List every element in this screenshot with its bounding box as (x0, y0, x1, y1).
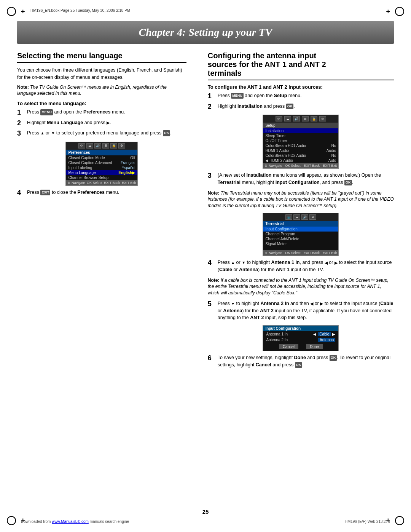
left-column: Selecting the menu language You can choo… (17, 51, 186, 372)
right-steps: 1 Press MENU and open the Setup menu. 2 … (208, 92, 394, 111)
setup-row-hdmi2: ◀ HDMI 2 AudioAuto (263, 158, 338, 163)
terr-title: Terrestrial (263, 221, 338, 227)
setup-nav: ⊕ NavigateOK SelectEXIT BackEXIT Exit (263, 163, 338, 168)
right-steps-3: 4 Press ▲ or ▼ to highlight Antenna 1 In… (208, 259, 394, 273)
page-number: 25 (202, 508, 209, 515)
terr-row-3: Signal Meter (263, 241, 338, 246)
right-step-3: 3 (A new set of Installation menu icons … (208, 172, 394, 186)
chapter-title: Chapter 4: Setting up your TV (25, 26, 386, 38)
right-step-1: 1 Press MENU and open the Setup menu. (208, 92, 394, 101)
right-section-title: Configuring the antenna inputsources for… (208, 51, 394, 80)
pref-title: Preferences (66, 150, 137, 155)
ok-btn-3: OK (163, 130, 170, 136)
pref-row-4-selected: Menu LanguageEnglish▶ (66, 170, 137, 175)
setup-icon-4: 🖥 (302, 116, 309, 121)
header-file-info: HM196_EN.book Page 25 Tuesday, May 30, 2… (30, 8, 130, 13)
right-step-2: 2 Highlight Installation and press OK. (208, 103, 394, 111)
right-note-3: Note: The Terrestrial menu may not be ac… (208, 190, 394, 209)
ok-btn-r6b: OK (295, 362, 303, 368)
pref-row-2: Closed Caption AdvancedFrançais (66, 160, 137, 165)
icon-3: 🔊 (94, 143, 101, 149)
right-subsection-label: To configure the ANT 1 and ANT 2 input s… (208, 84, 394, 90)
left-section-title: Selecting the menu language (17, 51, 186, 63)
setup-row-cs1: ColorStream HD1 AudioNo (263, 143, 338, 148)
setup-title: Setup (263, 123, 338, 128)
icon-2: ☁ (86, 143, 93, 149)
right-steps-2: 3 (A new set of Installation menu icons … (208, 172, 394, 186)
ic-done-btn[interactable]: Done (306, 344, 323, 349)
icon-5: 🔒 (110, 143, 117, 149)
terr-icon-2: ☁ (293, 214, 300, 220)
terr-nav: ⊕ NavigateOK SelectEXIT BackEXIT Exit (263, 250, 338, 256)
chapter-banner: Chapter 4: Setting up your TV (17, 21, 394, 44)
setup-row-onoff: On/Off Timer (263, 138, 338, 143)
setup-row-hdmi1: HDMI 1 AudioAudio (263, 148, 338, 153)
page-footer: 25 (0, 508, 411, 515)
step-3: 3 Press ▲ or ▼ to select your preferred … (17, 129, 186, 138)
right-column: Configuring the antenna inputsources for… (198, 51, 394, 372)
right-step-6: 6 To save your new settings, highlight D… (208, 354, 394, 369)
ic-cancel-btn[interactable]: Cancel (279, 344, 298, 349)
terr-icon-3: 🔊 (301, 214, 308, 220)
right-step-4: 4 Press ▲ or ▼ to highlight Antenna 1 In… (208, 259, 394, 273)
menu-btn-1: MENU (40, 109, 53, 115)
footer-right: HM196 (E/F) Web 213:276 (345, 519, 390, 524)
setup-icon-3: 🔊 (293, 116, 300, 121)
exit-btn-4: EXIT (40, 190, 50, 196)
left-subsection-label: To select the menu language: (17, 101, 186, 106)
terr-icon-1: 📺 (285, 214, 292, 220)
pref-icons-bar: ⟳ ☁ 🔊 🖥 🔒 ⚙ (66, 142, 137, 150)
step-4: 4 Press EXIT to close the Preferences me… (17, 189, 186, 197)
ic-ant1: Antenna 1 In ◀ Cable ▶ (263, 331, 338, 337)
right-steps-4: 5 Press ▼ to highlight Antenna 2 In and … (208, 300, 394, 321)
terr-row-2: Channel Add/Delete (263, 236, 338, 241)
plus-tl: + (21, 8, 25, 16)
pref-row-1: Closed Caption ModeOff (66, 155, 137, 160)
manualslib-link[interactable]: www.ManualsLib.com (52, 519, 89, 524)
terr-icon-4: 🖥 (309, 214, 316, 220)
icon-4: 🖥 (102, 143, 109, 149)
ic-ant1-val: Cable (318, 332, 331, 336)
setup-installation-row: Installation (263, 128, 338, 133)
menu-btn-r1: MENU (231, 93, 244, 99)
setup-icon-2: ☁ (284, 116, 291, 121)
terr-row-1: Channel Program (263, 232, 338, 236)
right-steps-5: 6 To save your new settings, highlight D… (208, 354, 394, 369)
plus-tr: + (386, 8, 390, 16)
corner-mark-tl (7, 7, 16, 16)
ic-title: Input Configuration (263, 326, 338, 331)
left-note: Note: The TV Guide On Screen™ menus are … (17, 84, 186, 97)
right-step-5: 5 Press ▼ to highlight Antenna 2 In and … (208, 300, 394, 321)
left-steps-2: 4 Press EXIT to close the Preferences me… (17, 189, 186, 197)
icon-6: ⚙ (118, 143, 125, 149)
pref-row-5: Channel Browser Setup (66, 175, 137, 180)
setup-row-cs2: ColorStream HD2 AudioNo (263, 153, 338, 158)
setup-screenshot: ⟳ ☁ 🔊 🖥 🔒 ⚙ Setup Installation Sleep Tim… (263, 115, 339, 169)
ok-btn-r3: OK (344, 180, 352, 186)
setup-icon-6: ⚙ (319, 116, 326, 121)
preferences-screenshot: ⟳ ☁ 🔊 🖥 🔒 ⚙ Preferences Closed Caption M… (65, 142, 138, 186)
pref-row-3: Input LabelingEspañol (66, 165, 137, 170)
ok-btn-r6a: OK (330, 355, 337, 361)
ok-btn-r2: OK (286, 104, 294, 110)
corner-mark-br (395, 516, 404, 525)
terr-subtitle-selected: Input Configuration (263, 227, 338, 232)
terrestrial-screenshot: 📺 ☁ 🔊 🖥 Terrestrial Input Configuration … (263, 213, 339, 256)
ic-ant2: Antenna 2 In Antenna (263, 337, 338, 343)
footer-left: Downloaded from www.ManualsLib.com manua… (21, 519, 129, 524)
setup-icon-5: 🔒 (311, 116, 317, 121)
step-1: 1 Press MENU and open the Preferences me… (17, 109, 186, 117)
left-steps: 1 Press MENU and open the Preferences me… (17, 109, 186, 138)
setup-icon-1: ⟳ (276, 116, 282, 121)
right-note-4: Note: If a cable box is connected to the… (208, 277, 394, 296)
setup-row-sleep: Sleep Timer (263, 133, 338, 138)
input-config-screenshot: Input Configuration Antenna 1 In ◀ Cable… (263, 325, 339, 351)
ic-ant2-val: Antenna (318, 338, 335, 342)
corner-mark-tr (395, 7, 404, 16)
pref-nav: ⊕ NavigateOK SelectEXIT BackEXIT Exit (66, 180, 137, 185)
setup-icons: ⟳ ☁ 🔊 🖥 🔒 ⚙ (263, 115, 338, 123)
left-intro: You can choose from three different lang… (17, 67, 186, 81)
terr-icons-bar: 📺 ☁ 🔊 🖥 (263, 213, 338, 221)
step-2: 2 Highlight Menu Language and press ▶. (17, 119, 186, 128)
icon-1: ⟳ (78, 143, 85, 149)
